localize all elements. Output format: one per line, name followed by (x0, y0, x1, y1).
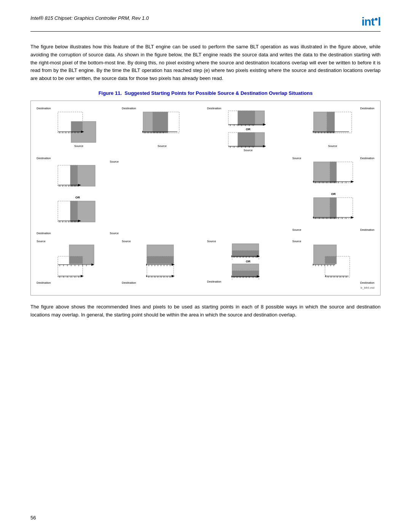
svg-rect-165 (232, 251, 259, 257)
label-dest-1-4: Destination (360, 107, 374, 110)
diag-cell-3-1: Source (37, 240, 119, 284)
diag-svg-3-3a (226, 243, 270, 260)
svg-marker-100 (313, 181, 314, 183)
page-number: 56 (30, 515, 36, 521)
diag-cell-2-4: Source Destination (292, 157, 374, 235)
diag-cell-2-2 (122, 157, 204, 235)
label-dest-3-4: Destination (360, 281, 374, 284)
svg-rect-28 (238, 111, 255, 125)
svg-rect-104 (330, 198, 336, 219)
or-label-2-4: OR (331, 192, 336, 196)
logo-text: intl (362, 15, 381, 28)
or-label-1-3: OR (246, 128, 250, 131)
diag-svg-1-3a (226, 110, 270, 127)
svg-rect-193 (325, 256, 336, 264)
label-row-2-4-bottom: Source Destination (292, 228, 374, 232)
diag-svg-2-1b (56, 199, 100, 232)
svg-marker-211 (325, 275, 326, 277)
label-dest-3-3: Destination (207, 280, 221, 283)
diag-cell-1-1: Destination (37, 107, 119, 152)
svg-marker-115 (313, 216, 314, 219)
svg-rect-179 (232, 271, 259, 277)
header-title: Intel® 815 Chipset: Graphics Controller … (30, 15, 149, 21)
intel-logo: intl (362, 15, 381, 28)
label-dest-1-1: Destination (37, 107, 51, 110)
svg-text:Source: Source (158, 144, 167, 148)
svg-marker-101 (351, 181, 354, 183)
diag-cell-3-3: Source (207, 240, 289, 284)
diag-cell-1-4: Destination (292, 107, 374, 152)
svg-marker-162 (172, 275, 175, 277)
diag-svg-1-1: Source (56, 110, 100, 148)
diag-cell-1-3: Destination (207, 107, 289, 152)
diagram-row-3: Source (37, 240, 374, 284)
diag-cell-2-3 (207, 157, 289, 235)
svg-marker-137 (81, 275, 84, 277)
diag-svg-1-4: Source (312, 110, 355, 148)
logo-dot (375, 18, 378, 21)
svg-marker-116 (351, 216, 354, 219)
or-label-2-1: OR (75, 196, 80, 199)
svg-rect-2 (71, 121, 83, 133)
diag-cell-1-2: Destination (122, 107, 204, 152)
diag-svg-3-1 (56, 243, 100, 281)
label-dest-1-2: Destination (122, 107, 136, 110)
diag-cell-3-4: Source (292, 240, 374, 284)
label-dest-3-2: Destination (122, 281, 136, 284)
figure-box: Destination (30, 101, 381, 296)
figure-title: Figure 11. Suggested Starting Points for… (30, 90, 381, 96)
diag-svg-2-4 (312, 160, 355, 192)
label-source-3-2: Source (122, 240, 131, 243)
diag-svg-3-2 (141, 243, 185, 281)
label-source-2-1: Source (110, 160, 119, 163)
diagram-row-2: Destination Source (37, 157, 374, 235)
svg-rect-15 (153, 112, 168, 133)
svg-rect-65 (70, 165, 78, 186)
label-source-3-3: Source (207, 240, 216, 243)
or-label-3-3: OR (246, 260, 250, 263)
label-row-2-4-top: Source Destination (292, 157, 374, 160)
diagram-row-1: Destination (37, 107, 374, 152)
svg-text:Source: Source (74, 144, 83, 148)
diag-svg-1-3b (226, 132, 270, 149)
svg-rect-40 (238, 133, 255, 147)
diag-svg-2-4b (312, 196, 355, 228)
vsd-label: b_blt4.vsd (37, 286, 374, 289)
diag-cell-2-1: Destination Source (37, 157, 119, 235)
svg-text:Source: Source (328, 144, 337, 148)
diag-svg-3-3b (226, 263, 270, 280)
diag-svg-2-1 (56, 163, 100, 196)
label-source-1-3: Source (244, 149, 253, 152)
diag-svg-3-4 (312, 243, 355, 281)
svg-rect-77 (70, 201, 78, 222)
diag-svg-1-2: Source (141, 110, 185, 148)
svg-rect-89 (330, 162, 336, 183)
body-paragraph: The figure below illustrates how this fe… (30, 43, 381, 83)
diag-cell-3-2: Source (122, 240, 204, 284)
label-dest-1-3: Destination (207, 107, 221, 110)
label-dest-2-1: Destination (37, 157, 51, 160)
page-header: Intel® 815 Chipset: Graphics Controller … (30, 15, 381, 32)
figure-bottom-paragraph: The figure above shows the recommended l… (30, 303, 381, 319)
label-row-2-1: Destination Source (37, 232, 119, 235)
label-source-3-4: Source (292, 240, 301, 243)
label-dest-3-1: Destination (37, 281, 51, 284)
label-source-3-1: Source (37, 240, 46, 243)
svg-rect-140 (147, 256, 174, 264)
svg-rect-119 (69, 256, 83, 264)
svg-rect-52 (327, 112, 335, 133)
page: Intel® 815 Chipset: Graphics Controller … (0, 0, 411, 532)
